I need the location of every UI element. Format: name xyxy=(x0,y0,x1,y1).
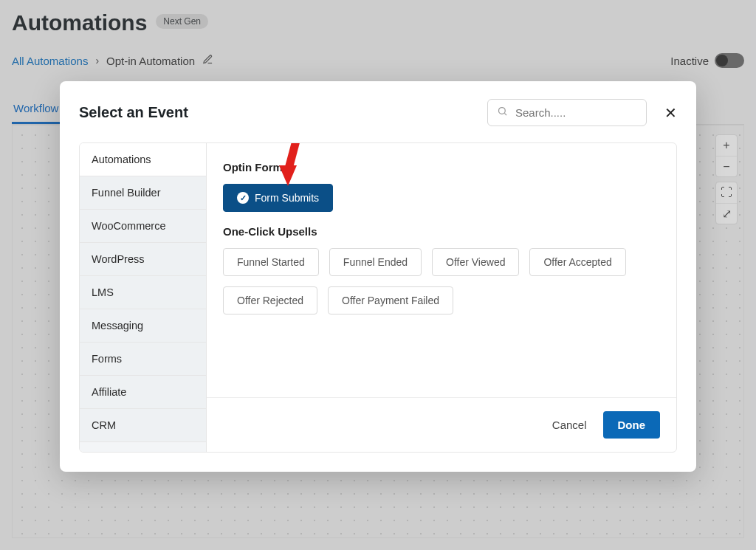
modal-footer: Cancel Done xyxy=(207,397,676,452)
category-affiliate[interactable]: Affiliate xyxy=(80,376,206,409)
event-funnel-ended[interactable]: Funnel Ended xyxy=(329,248,422,276)
group-optin-title: Optin Form xyxy=(223,161,660,173)
svg-point-0 xyxy=(499,108,506,114)
event-offer-payment-failed[interactable]: Offer Payment Failed xyxy=(328,286,453,314)
search-input[interactable] xyxy=(514,106,637,120)
category-automations[interactable]: Automations xyxy=(80,143,206,176)
event-offer-rejected[interactable]: Offer Rejected xyxy=(223,286,317,314)
event-form-submits[interactable]: ✓ Form Submits xyxy=(223,184,333,212)
modal-title: Select an Event xyxy=(79,104,188,121)
close-icon[interactable]: ✕ xyxy=(664,104,677,122)
done-button[interactable]: Done xyxy=(603,411,661,439)
category-wordpress[interactable]: WordPress xyxy=(80,243,206,276)
event-funnel-started[interactable]: Funnel Started xyxy=(223,248,319,276)
check-icon: ✓ xyxy=(237,192,249,204)
event-offer-viewed[interactable]: Offer Viewed xyxy=(432,248,519,276)
category-funnel-builder[interactable]: Funnel Builder xyxy=(80,176,206,210)
modal-overlay: Select an Event ✕ Automations Funnel Bui… xyxy=(0,0,756,550)
svg-line-1 xyxy=(504,113,506,115)
category-crm[interactable]: CRM xyxy=(80,409,206,442)
category-messaging[interactable]: Messaging xyxy=(80,309,206,343)
event-pane: Optin Form ✓ Form Submits One-Click Upse… xyxy=(207,143,676,397)
select-event-modal: Select an Event ✕ Automations Funnel Bui… xyxy=(60,81,696,472)
category-sidebar: Automations Funnel Builder WooCommerce W… xyxy=(80,143,207,452)
search-input-wrapper[interactable] xyxy=(487,99,647,126)
event-form-submits-label: Form Submits xyxy=(255,192,319,204)
category-forms[interactable]: Forms xyxy=(80,343,206,376)
event-offer-accepted[interactable]: Offer Accepted xyxy=(529,248,625,276)
category-woocommerce[interactable]: WooCommerce xyxy=(80,210,206,243)
search-icon xyxy=(497,106,508,120)
group-upsells-title: One-Click Upsells xyxy=(223,225,660,238)
cancel-button[interactable]: Cancel xyxy=(552,419,587,431)
category-lms[interactable]: LMS xyxy=(80,276,206,309)
